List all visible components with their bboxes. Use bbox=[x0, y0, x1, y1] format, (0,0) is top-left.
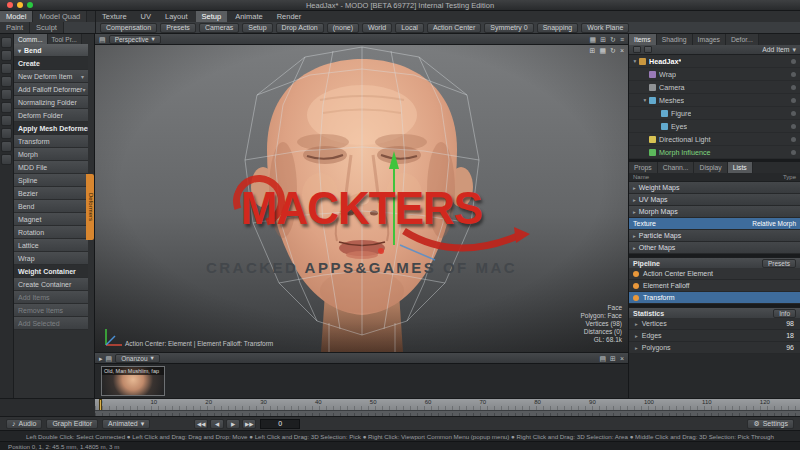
tree-item[interactable]: Camera bbox=[629, 81, 800, 94]
tree-item[interactable]: ▾ Meshes bbox=[629, 94, 800, 107]
visibility-icon[interactable] bbox=[791, 111, 796, 116]
visibility-icon[interactable] bbox=[791, 150, 796, 155]
tool-mode-icon[interactable] bbox=[1, 76, 12, 87]
transport-nav-button[interactable]: ▶▶ bbox=[242, 419, 256, 429]
tool-mode-icon[interactable] bbox=[1, 63, 12, 74]
layout-tab[interactable]: Setup bbox=[196, 11, 228, 22]
toolbar-button[interactable]: Snapping bbox=[537, 23, 579, 33]
transport-nav-button[interactable]: ◀◀ bbox=[194, 419, 208, 429]
tool-mode-icon[interactable] bbox=[1, 128, 12, 139]
toolbar-button[interactable]: Presets bbox=[160, 23, 196, 33]
graph-editor-button[interactable]: Graph Editor bbox=[46, 419, 98, 429]
panel-tab[interactable]: Display bbox=[694, 162, 727, 173]
preset-thumbnail[interactable]: Old, Man Mushlim, fap bbox=[101, 366, 165, 396]
tool-button[interactable]: Apply Mesh Deformer bbox=[14, 122, 88, 135]
viewport-3d[interactable]: MACKTERS CRACKED APPS&GAMES OF MAC ⊞▦↻× … bbox=[95, 45, 628, 352]
tree-item[interactable]: Eyes bbox=[629, 120, 800, 133]
presets-button[interactable]: Presets bbox=[762, 259, 796, 268]
toolbar-button[interactable]: Symmetry 0 bbox=[484, 23, 533, 33]
vertex-map-row[interactable]: UV Maps bbox=[629, 194, 800, 206]
panel-tab[interactable]: Props bbox=[629, 162, 658, 173]
visibility-icon[interactable] bbox=[791, 137, 796, 142]
tool-button[interactable]: Weight Container bbox=[14, 265, 88, 278]
panel-tab[interactable]: Defor... bbox=[726, 34, 759, 45]
tool-button[interactable]: Rotation bbox=[14, 226, 88, 239]
enable-dot-icon[interactable] bbox=[633, 295, 639, 301]
visibility-icon[interactable] bbox=[791, 72, 796, 77]
tool-button[interactable]: Create Container bbox=[14, 278, 88, 291]
tool-mode-icon[interactable] bbox=[1, 50, 12, 61]
tool-mode-icon[interactable] bbox=[1, 102, 12, 113]
vertex-map-row[interactable]: Texture Relative Morph bbox=[629, 218, 800, 230]
preset-header-icon[interactable]: ▤ bbox=[106, 354, 113, 363]
viewport-corner-icon[interactable]: × bbox=[620, 47, 624, 55]
viewport-corner-icon[interactable]: ⊞ bbox=[590, 47, 596, 55]
tool-button[interactable]: Bezier bbox=[14, 187, 88, 200]
preset-header-icon[interactable]: ▸ bbox=[99, 354, 103, 363]
playhead[interactable] bbox=[99, 399, 102, 410]
visibility-icon[interactable] bbox=[791, 98, 796, 103]
visibility-icon[interactable] bbox=[791, 124, 796, 129]
toolbar-button[interactable]: Cameras bbox=[199, 23, 239, 33]
transport-nav-button[interactable]: ◀ bbox=[210, 419, 224, 429]
tool-mode-icon[interactable] bbox=[1, 89, 12, 100]
toolbar-button[interactable]: Setup bbox=[242, 23, 272, 33]
tool-mode-icon[interactable] bbox=[1, 141, 12, 152]
visibility-icon[interactable] bbox=[791, 59, 796, 64]
viewport-menu-icon[interactable]: ▤ bbox=[99, 35, 106, 44]
audio-button[interactable]: ♪ Audio bbox=[6, 419, 42, 429]
layout-tab[interactable]: Paint bbox=[0, 22, 30, 33]
tool-button[interactable]: New Deform Item bbox=[14, 70, 88, 83]
visibility-icon[interactable] bbox=[791, 85, 796, 90]
tool-button[interactable]: Bend bbox=[14, 44, 88, 57]
tool-button[interactable]: Deform Folder bbox=[14, 109, 88, 122]
toolbar-button[interactable]: Action Center bbox=[427, 23, 481, 33]
viewport-corner-icon[interactable]: ▦ bbox=[599, 47, 606, 55]
tool-panel-tab[interactable]: Comm... bbox=[14, 34, 48, 44]
tool-button[interactable]: Remove Items bbox=[14, 304, 88, 317]
layout-tab[interactable]: Model bbox=[0, 11, 33, 22]
info-tab[interactable]: Info bbox=[773, 309, 796, 318]
current-frame-field[interactable]: 0 bbox=[260, 419, 300, 429]
viewport-header-icon[interactable]: ≡ bbox=[620, 35, 624, 44]
pipeline-row[interactable]: Transform bbox=[629, 292, 800, 304]
vertex-map-row[interactable]: Weight Maps bbox=[629, 182, 800, 194]
tool-button[interactable]: Lattice bbox=[14, 239, 88, 252]
tool-button[interactable]: Bend bbox=[14, 200, 88, 213]
layout-tab[interactable]: Sculpt bbox=[30, 22, 64, 33]
layout-tab[interactable]: Texture bbox=[96, 11, 133, 22]
layout-tab[interactable]: Animate bbox=[229, 11, 269, 22]
toolbar-button[interactable]: Compensation bbox=[100, 23, 157, 33]
tree-item[interactable]: Figure bbox=[629, 107, 800, 120]
enable-dot-icon[interactable] bbox=[633, 271, 639, 277]
pipeline-row[interactable]: Element Falloff bbox=[629, 280, 800, 292]
toolbar-button[interactable]: Work Plane bbox=[581, 23, 629, 33]
preset-header-icon[interactable]: ⊞ bbox=[610, 354, 616, 363]
vertex-map-row[interactable]: Morph Maps bbox=[629, 206, 800, 218]
tool-button[interactable]: Morph bbox=[14, 148, 88, 161]
toolbar-button[interactable]: Local bbox=[395, 23, 424, 33]
toolbar-button[interactable]: Drop Action bbox=[276, 23, 324, 33]
tool-button[interactable]: Magnet bbox=[14, 213, 88, 226]
deformers-vertical-tab[interactable]: Deformers bbox=[86, 174, 94, 240]
view-options-icon[interactable] bbox=[644, 46, 652, 53]
tool-button[interactable]: Normalizing Folder bbox=[14, 96, 88, 109]
anim-mode-dropdown[interactable]: Animated▾ bbox=[102, 419, 150, 429]
tool-button[interactable]: Add Selected bbox=[14, 317, 88, 330]
view-type-dropdown[interactable]: Perspective▾ bbox=[109, 35, 161, 44]
enable-dot-icon[interactable] bbox=[633, 283, 639, 289]
panel-tab[interactable]: Chann... bbox=[658, 162, 695, 173]
panel-tab[interactable]: Shading bbox=[657, 34, 693, 45]
filter-icon[interactable] bbox=[633, 46, 641, 53]
tree-item[interactable]: Morph Influence bbox=[629, 146, 800, 159]
panel-tab[interactable]: Items bbox=[629, 34, 657, 45]
tool-button[interactable]: Create bbox=[14, 57, 88, 70]
vertex-map-row[interactable]: Other Maps bbox=[629, 242, 800, 254]
settings-button[interactable]: ⚙ Settings bbox=[747, 419, 794, 429]
layout-tab[interactable]: UV bbox=[135, 11, 157, 22]
viewport-header-icon[interactable]: ▦ bbox=[590, 35, 597, 44]
panel-tab[interactable]: Lists bbox=[728, 162, 753, 173]
panel-tab[interactable]: Images bbox=[693, 34, 726, 45]
tool-mode-icon[interactable] bbox=[1, 154, 12, 165]
tool-button[interactable]: Wrap bbox=[14, 252, 88, 265]
